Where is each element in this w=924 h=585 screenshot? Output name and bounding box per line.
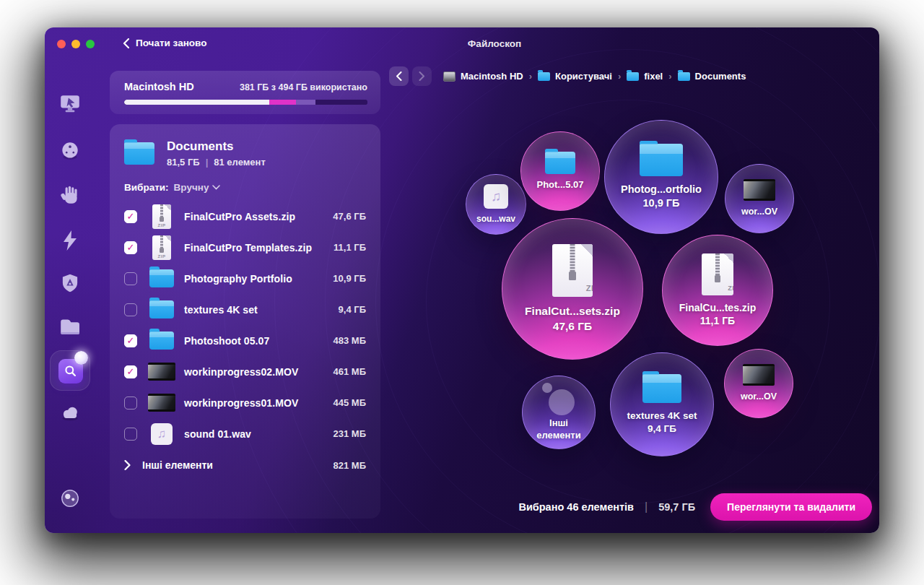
bubble-finalcutpro-templates[interactable]: ZIP FinalCu...tes.zip11,1 ГБ [662, 235, 773, 346]
breadcrumb-separator: › [618, 71, 621, 82]
sidebar-item-cleanup[interactable] [58, 139, 82, 165]
forward-button[interactable] [412, 66, 432, 86]
drive-card: Macintosh HD 381 ГБ з 494 ГБ використано [110, 71, 380, 114]
progress-segment-selected [269, 100, 296, 105]
folder-size: 81,5 ГБ [167, 157, 200, 168]
file-name: sound 01.wav [184, 428, 334, 440]
folder-file-icon [149, 332, 174, 350]
file-size: 9,4 ГБ [339, 304, 366, 315]
zoom-window-button[interactable] [86, 40, 95, 48]
folder-file-icon [642, 374, 681, 403]
hand-icon [58, 183, 82, 207]
start-over-label: Почати заново [136, 38, 206, 48]
select-mode-value: Вручну [174, 182, 209, 193]
folder-icon [58, 316, 82, 337]
sidebar-item-space-lens-active[interactable] [50, 350, 90, 391]
sidebar-item-storage[interactable] [58, 402, 82, 425]
footer-separator: | [645, 500, 648, 514]
file-name: FinalCutPro Templates.zip [184, 242, 334, 254]
table-row[interactable]: ✓ Photoshoot 05.07 483 МБ [110, 325, 380, 356]
breadcrumb-separator: › [668, 71, 671, 82]
zip-file-icon: ZIP [152, 235, 171, 260]
row-checkbox[interactable] [124, 272, 137, 285]
row-checkbox[interactable]: ✓ [124, 210, 137, 223]
table-row[interactable]: ✓ ZIP FinalCutPro Templates.zip 11,1 ГБ [110, 232, 380, 263]
other-items-size: 821 МБ [334, 460, 366, 471]
folder-icon [538, 72, 550, 81]
bubble-workinprogress02[interactable]: wor...OV [724, 349, 793, 418]
table-row[interactable]: ✓ workinprogress02.MOV 461 МБ [110, 356, 380, 387]
row-checkbox[interactable]: ✓ [124, 334, 137, 347]
app-window: Почати заново Файлоскоп [45, 27, 879, 533]
progress-segment-used [124, 100, 269, 105]
folder-icon [627, 72, 639, 81]
selection-count: Вибрано 46 елементів [518, 501, 634, 513]
music-note-icon: ♫ [491, 188, 501, 204]
sidebar-item-dashboard[interactable] [58, 92, 82, 118]
sidebar-item-assistant[interactable] [58, 487, 82, 513]
breadcrumb-label: Documents [695, 71, 746, 82]
file-name: workinprogress02.MOV [184, 366, 334, 378]
chevron-down-icon [212, 185, 220, 190]
file-size: 461 МБ [334, 366, 366, 377]
row-checkbox[interactable] [124, 428, 137, 441]
hard-drive-icon [443, 72, 456, 82]
bubble-label: FinalCu...tes.zip [679, 302, 757, 313]
zip-file-icon: ZIP [152, 204, 171, 229]
file-name: FinalCutPro Assets.zip [184, 211, 333, 222]
table-row[interactable]: ♫ sound 01.wav 231 МБ [110, 418, 380, 449]
table-row[interactable]: ✓ ZIP FinalCutPro Assets.zip 47,6 ГБ [110, 201, 380, 232]
breadcrumb-segment-documents[interactable]: Documents [678, 71, 746, 82]
breadcrumb-segment-user[interactable]: fixel [627, 71, 663, 82]
breadcrumb-segment-drive[interactable]: Macintosh HD [443, 71, 523, 82]
minimize-window-button[interactable] [71, 40, 80, 48]
back-button[interactable] [389, 66, 409, 86]
selection-size: 59,7 ГБ [658, 501, 695, 513]
sidebar-item-files[interactable] [58, 316, 82, 340]
bubble-sound-wav[interactable]: ♫ sou...wav [466, 174, 526, 235]
bubble-finalcutpro-assets[interactable]: ZIP FinalCut...sets.zip47,6 ГБ [502, 218, 643, 360]
table-row[interactable]: textures 4K set 9,4 ГБ [110, 294, 380, 325]
sidebar-item-applications[interactable] [58, 272, 82, 298]
row-checkbox[interactable]: ✓ [124, 365, 137, 378]
folder-panel: Documents 81,5 ГБ | 81 елемент Вибрати: … [110, 124, 380, 519]
bubble-label: sou...wav [476, 214, 515, 225]
bubble-textures-4k-set[interactable]: textures 4K set9,4 ГБ [610, 352, 714, 456]
other-items-row[interactable]: Інші елементи 821 МБ [110, 449, 380, 481]
bubble-workinprogress01[interactable]: wor...OV [725, 164, 794, 233]
close-window-button[interactable] [57, 40, 66, 48]
bubble-photography-portfolio[interactable]: Photog...ortfolio10,9 ГБ [604, 120, 718, 234]
select-mode-dropdown[interactable]: Вручну [174, 182, 221, 193]
bubble-label: Photog...ortfolio [621, 183, 702, 195]
monitor-icon [58, 92, 82, 115]
select-label: Вибрати: [124, 182, 169, 193]
row-checkbox[interactable]: ✓ [124, 241, 137, 254]
selection-summary-bar: Вибрано 46 елементів | 59,7 ГБ Перегляну… [518, 493, 872, 521]
check-icon: ✓ [127, 366, 135, 377]
bubble-other-items[interactable]: Інші елементи [522, 376, 596, 449]
breadcrumb-label: Macintosh HD [461, 71, 523, 82]
bolt-icon [59, 229, 81, 252]
glow-bubble-icon [74, 351, 88, 365]
start-over-button[interactable]: Почати заново [123, 38, 206, 48]
sidebar-item-protection[interactable] [58, 183, 82, 209]
table-row[interactable]: Photography Portfolio 10,9 ГБ [110, 263, 380, 294]
chevron-left-icon [396, 72, 402, 81]
check-icon: ✓ [127, 211, 135, 222]
magnifier-icon [63, 363, 79, 379]
drive-name: Macintosh HD [124, 81, 194, 92]
breadcrumb-segment-users[interactable]: Користувачі [538, 71, 612, 82]
review-and-remove-button[interactable]: Переглянути та видалити [710, 493, 872, 521]
zip-file-icon: ZIP [702, 254, 733, 295]
bubble-photoshoot[interactable]: Phot...5.07 [520, 131, 600, 211]
video-thumbnail-icon [744, 179, 775, 201]
bubble-size: 11,1 ГБ [700, 315, 735, 326]
bubble-label: Інші елементи [533, 417, 585, 442]
row-checkbox[interactable] [124, 303, 137, 316]
orb-icon [58, 139, 82, 162]
zip-file-icon: ZIP [552, 244, 593, 297]
file-size: 483 МБ [334, 335, 366, 346]
sidebar-item-performance[interactable] [59, 229, 81, 255]
row-checkbox[interactable] [124, 396, 137, 410]
table-row[interactable]: workinprogress01.MOV 445 МБ [110, 387, 380, 418]
